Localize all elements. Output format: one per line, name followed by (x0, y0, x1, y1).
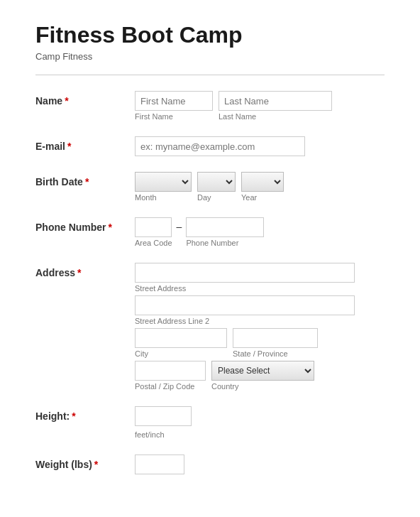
country-hint: Country (211, 382, 314, 391)
zip-wrap: Postal / Zip Code (135, 361, 206, 391)
city-wrap: City (135, 328, 227, 358)
month-wrap: JanuaryFebruaryMarch AprilMayJune JulyAu… (135, 172, 192, 202)
required-star: * (85, 176, 89, 187)
first-name-hint: First Name (135, 112, 213, 121)
required-star: * (72, 410, 75, 422)
street2-input[interactable] (135, 295, 355, 315)
email-row: E-mail* (35, 136, 385, 156)
address-label: Address* (35, 263, 135, 278)
first-name-input[interactable] (135, 91, 213, 111)
zip-input[interactable] (135, 361, 206, 381)
zip-country-row: Postal / Zip Code Please Select United S… (135, 361, 385, 391)
page-title: Fitness Boot Camp (35, 21, 385, 48)
state-hint: State / Province (233, 349, 318, 358)
height-controls: feet/inch (135, 406, 385, 439)
weight-controls (135, 455, 385, 474)
street1-input[interactable] (135, 263, 355, 283)
country-select[interactable]: Please Select United States Canada Unite… (211, 361, 314, 381)
country-wrap: Please Select United States Canada Unite… (211, 361, 314, 391)
street2-wrap: Street Address Line 2 (135, 295, 385, 325)
city-hint: City (135, 349, 227, 358)
height-row: Height:* feet/inch (35, 406, 385, 439)
required-star: * (109, 222, 112, 233)
birth-date-controls: JanuaryFebruaryMarch AprilMayJune JulyAu… (135, 172, 385, 202)
city-input[interactable] (135, 328, 227, 348)
weight-input[interactable] (135, 455, 184, 474)
year-select[interactable]: 2026202520242023202220212020201920182017… (241, 172, 284, 192)
height-hint: feet/inch (135, 430, 385, 439)
street1-hint: Street Address (135, 284, 385, 293)
email-controls (135, 136, 385, 156)
height-input[interactable] (135, 406, 192, 426)
day-hint: Day (197, 193, 236, 202)
area-code-hint: Area Code (135, 239, 172, 247)
email-input[interactable] (135, 136, 305, 156)
street1-wrap: Street Address (135, 263, 385, 293)
first-name-wrap: First Name (135, 91, 213, 121)
phone-dash: – (172, 217, 187, 236)
area-code-wrap: Area Code (135, 217, 172, 247)
zip-hint: Postal / Zip Code (135, 382, 206, 391)
area-code-input[interactable] (135, 217, 172, 237)
phone-number-input[interactable] (186, 217, 264, 237)
year-hint: Year (241, 193, 284, 202)
required-star: * (77, 267, 81, 278)
name-label: Name* (35, 91, 135, 107)
state-wrap: State / Province (233, 328, 318, 358)
day-select[interactable]: for(let i=1;i<=31;i++) document.write('<… (197, 172, 236, 192)
month-hint: Month (135, 193, 192, 202)
street2-hint: Street Address Line 2 (135, 317, 385, 325)
phone-label: Phone Number* (35, 217, 135, 233)
email-label: E-mail* (35, 136, 135, 152)
weight-row: Weight (lbs)* (35, 455, 385, 474)
birth-date-label: Birth Date* (35, 172, 135, 187)
weight-label: Weight (lbs)* (35, 455, 135, 470)
phone-row: Phone Number* Area Code – Phone Number (35, 217, 385, 247)
birth-date-row: Birth Date* JanuaryFebruaryMarch AprilMa… (35, 172, 385, 202)
address-fields: Street Address Street Address Line 2 Cit… (135, 263, 385, 391)
last-name-hint: Last Name (219, 112, 332, 121)
day-wrap: for(let i=1;i<=31;i++) document.write('<… (197, 172, 236, 202)
phone-number-hint: Phone Number (186, 239, 264, 247)
phone-controls: Area Code – Phone Number (135, 217, 385, 247)
height-label: Height:* (35, 406, 135, 422)
last-name-input[interactable] (219, 91, 332, 111)
phone-number-wrap: Phone Number (186, 217, 264, 247)
year-wrap: 2026202520242023202220212020201920182017… (241, 172, 284, 202)
required-star: * (65, 95, 68, 107)
name-row: Name* First Name Last Name (35, 91, 385, 121)
required-star: * (67, 141, 71, 152)
last-name-wrap: Last Name (219, 91, 332, 121)
birth-date-fields: JanuaryFebruaryMarch AprilMayJune JulyAu… (135, 172, 385, 202)
name-fields: First Name Last Name (135, 91, 385, 121)
phone-fields: Area Code – Phone Number (135, 217, 385, 247)
required-star: * (94, 459, 98, 470)
page-subtitle: Camp Fitness (35, 51, 385, 62)
address-row: Address* Street Address Street Address L… (35, 263, 385, 391)
state-input[interactable] (233, 328, 318, 348)
city-state-row: City State / Province (135, 328, 385, 358)
address-controls: Street Address Street Address Line 2 Cit… (135, 263, 385, 391)
name-controls: First Name Last Name (135, 91, 385, 121)
divider (35, 75, 385, 75)
month-select[interactable]: JanuaryFebruaryMarch AprilMayJune JulyAu… (135, 172, 192, 192)
